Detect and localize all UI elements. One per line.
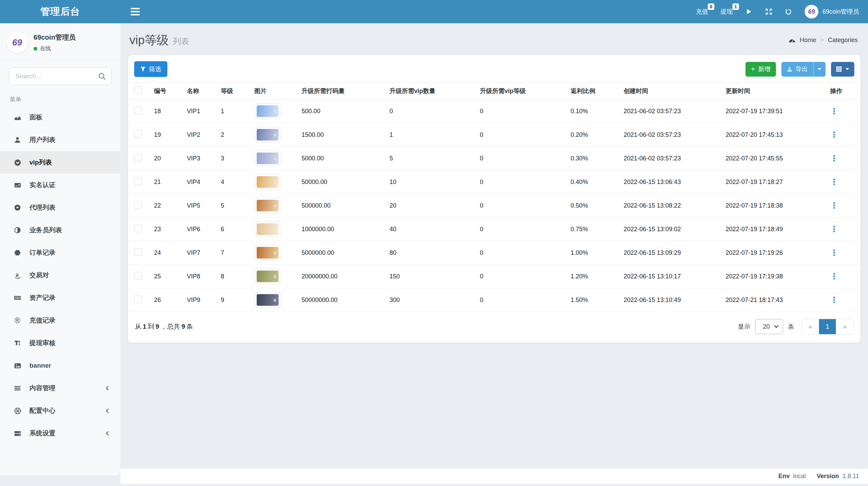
sidebar-item-label: 面板 xyxy=(29,113,42,122)
search-icon[interactable] xyxy=(98,71,107,81)
sidebar-item-dashboard[interactable]: 面板 xyxy=(0,106,120,129)
arrow-circle-down-icon xyxy=(13,159,22,166)
row-checkbox[interactable] xyxy=(134,295,142,303)
sidebar-item-salesmen[interactable]: 业务员列表 xyxy=(0,219,120,241)
row-actions-menu[interactable]: ⋮ xyxy=(825,295,854,305)
sidebar-item-label: 订单记录 xyxy=(29,248,55,257)
table-footer: 从1到9，总共9条 显示 20 条 « 1 » xyxy=(128,312,860,343)
row-actions-menu[interactable]: ⋮ xyxy=(825,224,854,234)
withdraw-link[interactable]: 提现 1 xyxy=(720,8,733,16)
content-header: vip等级列表 Home > Categories xyxy=(120,23,868,55)
export-button[interactable]: 导出 xyxy=(781,62,813,77)
sidebar-item-config-center[interactable]: 配置中心 xyxy=(0,399,120,422)
recharge-link[interactable]: 充值 0 xyxy=(696,8,708,16)
select-all-checkbox[interactable] xyxy=(134,87,142,94)
sidebar-item-kyc[interactable]: 实名认证 xyxy=(0,174,120,196)
row-actions-menu[interactable]: ⋮ xyxy=(825,154,854,163)
vip-badge-image[interactable]: ♛ xyxy=(254,292,281,308)
sidebar-item-trade-pairs[interactable]: a 交易对 xyxy=(0,264,120,287)
env-value: local xyxy=(793,473,806,480)
sidebar-item-content-mgmt[interactable]: 内容管理 xyxy=(0,377,120,399)
row-checkbox[interactable] xyxy=(134,178,142,185)
row-actions-menu[interactable]: ⋮ xyxy=(825,272,854,281)
row-actions-menu[interactable]: ⋮ xyxy=(825,106,854,116)
add-button[interactable]: + 新增 xyxy=(745,62,776,77)
sidebar-item-label: 配置中心 xyxy=(29,406,55,415)
table-row: 26VIP99 ♛ 50000000.003000 1.50%2022-06-1… xyxy=(128,288,860,312)
row-checkbox[interactable] xyxy=(134,154,142,161)
row-checkbox[interactable] xyxy=(134,225,142,232)
online-status: 在线 xyxy=(34,45,76,52)
crown-icon: ♛ xyxy=(273,298,277,303)
sidebar-item-label: 业务员列表 xyxy=(29,226,62,235)
sidebar-nav: 面板 用户列表 vip列表 实名认证 代理列表 业务员列表 xyxy=(0,106,120,445)
fullscreen-icon[interactable] xyxy=(765,8,773,15)
admin-app: 管理后台 充值 0 提现 1 69 xyxy=(0,0,868,486)
page-title: vip等级 xyxy=(129,33,169,47)
table-row: 24VIP77 ♛ 5000000.00800 1.00%2022-06-15 … xyxy=(128,241,860,265)
table-row: 22VIP55 ♛ 500000.00200 0.50%2022-06-15 1… xyxy=(128,194,860,218)
breadcrumb-current: Categories xyxy=(828,37,858,44)
refresh-icon[interactable] xyxy=(785,8,792,15)
vip-badge-image[interactable]: ♛ xyxy=(254,103,281,119)
prev-page-button[interactable]: « xyxy=(802,319,819,334)
sidebar-item-vip-list[interactable]: vip列表 xyxy=(0,151,120,174)
user-menu[interactable]: 69 69coin管理员 xyxy=(805,5,859,18)
sidebar-item-system-settings[interactable]: 系统设置 xyxy=(0,422,120,445)
row-checkbox[interactable] xyxy=(134,272,142,279)
row-actions-menu[interactable]: ⋮ xyxy=(825,130,854,140)
crown-icon: ♛ xyxy=(273,274,277,279)
sidebar-item-assets[interactable]: 资产记录 xyxy=(0,287,120,309)
sidebar-item-label: 用户列表 xyxy=(29,135,55,144)
env-label: Env xyxy=(778,473,790,480)
table-grid-icon xyxy=(836,66,842,72)
withdraw-badge: 1 xyxy=(732,3,739,10)
row-actions-menu[interactable]: ⋮ xyxy=(825,248,854,258)
row-checkbox[interactable] xyxy=(134,248,142,256)
vip-list-card: 筛选 + 新增 导出 xyxy=(128,55,860,343)
main-content: vip等级列表 Home > Categories 筛选 + xyxy=(120,23,868,468)
vip-badge-image[interactable]: ♛ xyxy=(254,150,281,166)
columns-view-button[interactable] xyxy=(831,62,854,77)
row-checkbox[interactable] xyxy=(134,107,142,114)
next-page-button[interactable]: » xyxy=(836,319,853,334)
crown-icon: ♛ xyxy=(273,250,277,255)
breadcrumb-home[interactable]: Home xyxy=(800,37,816,44)
hexagon-icon xyxy=(13,249,22,256)
sidebar-search xyxy=(9,67,112,85)
export-button-label: 导出 xyxy=(795,65,808,73)
sidebar-item-orders[interactable]: 订单记录 xyxy=(0,241,120,264)
sidebar-item-users[interactable]: 用户列表 xyxy=(0,129,120,151)
chevron-down-icon xyxy=(774,325,779,328)
vip-badge-image[interactable]: ♛ xyxy=(254,245,281,261)
sidebar-item-recharge-records[interactable]: ® 充值记录 xyxy=(0,309,120,332)
page-1-button[interactable]: 1 xyxy=(819,319,836,334)
export-dropdown-caret[interactable] xyxy=(813,62,826,77)
user-icon xyxy=(13,136,22,143)
sidebar-item-label: 充值记录 xyxy=(29,316,55,325)
toolbar-right: + 新增 导出 xyxy=(745,62,854,77)
vip-badge-image[interactable]: ♛ xyxy=(254,174,281,190)
navbar-right: 充值 0 提现 1 69 69coin管理员 xyxy=(696,5,868,18)
vip-badge-image[interactable]: ♛ xyxy=(254,127,281,143)
sidebar-item-withdraw-review[interactable]: 提现审核 xyxy=(0,332,120,354)
search-input[interactable] xyxy=(9,67,112,85)
vip-badge-image[interactable]: ♛ xyxy=(254,198,281,213)
per-page-select[interactable]: 20 xyxy=(755,319,783,334)
row-actions-menu[interactable]: ⋮ xyxy=(825,201,854,210)
col-header-id: 编号 xyxy=(154,87,187,95)
version-label: Version xyxy=(817,473,839,480)
sidebar-item-agents[interactable]: 代理列表 xyxy=(0,196,120,219)
vip-badge-image[interactable]: ♛ xyxy=(254,221,281,237)
id-card-icon xyxy=(13,182,22,189)
card-toolbar: 筛选 + 新增 导出 xyxy=(128,55,860,82)
export-button-group: 导出 xyxy=(781,62,826,77)
row-checkbox[interactable] xyxy=(134,130,142,138)
play-icon[interactable] xyxy=(745,8,753,15)
filter-button[interactable]: 筛选 xyxy=(134,61,167,77)
sidebar-item-banner[interactable]: banner xyxy=(0,354,120,377)
row-actions-menu[interactable]: ⋮ xyxy=(825,177,854,187)
sidebar-toggle-icon[interactable] xyxy=(131,8,140,15)
row-checkbox[interactable] xyxy=(134,201,142,209)
vip-badge-image[interactable]: ♛ xyxy=(254,268,281,284)
